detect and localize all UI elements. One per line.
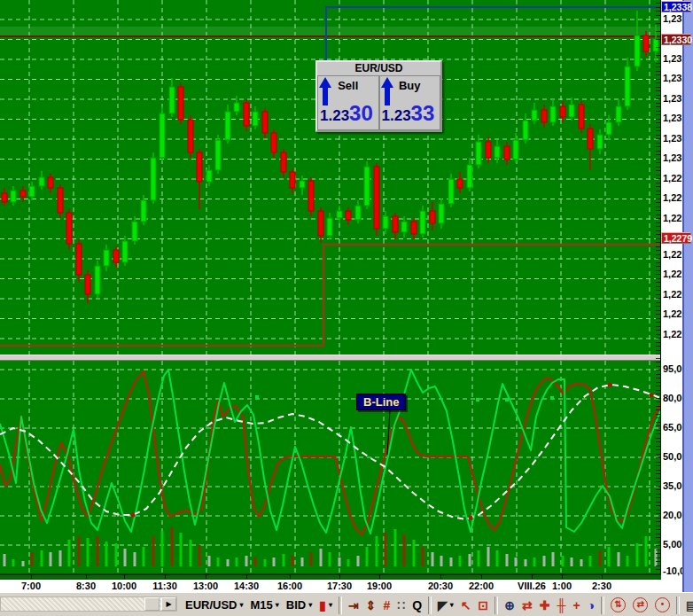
- volume-bar: [487, 547, 490, 566]
- volume-bar: [301, 558, 304, 566]
- volume-bar: [4, 554, 6, 566]
- marker-up-button[interactable]: ⇅: [607, 596, 629, 615]
- candle-down: [197, 152, 202, 182]
- volume-bar: [478, 550, 480, 566]
- candle-up: [401, 222, 407, 232]
- candle-up: [355, 206, 361, 220]
- indicator-pane[interactable]: [0, 361, 661, 574]
- cross-large-button[interactable]: ✚: [536, 596, 554, 615]
- candle-up: [39, 177, 44, 186]
- toolbar-separator: [676, 597, 680, 614]
- volume-bar: [59, 550, 62, 566]
- crosshair-pointer-button[interactable]: ↖: [457, 596, 475, 615]
- candle-down: [271, 133, 276, 152]
- volume-bar: [347, 559, 350, 566]
- candle-up: [160, 113, 165, 158]
- candle-down: [308, 181, 314, 211]
- compress-horizontal-button[interactable]: ⇄: [518, 596, 536, 615]
- scrollbar-right-arrow[interactable]: ▶: [161, 597, 176, 611]
- candle-down: [504, 146, 510, 160]
- fit-scale-button[interactable]: ⇕: [362, 596, 380, 615]
- bline-annotation-label[interactable]: B-Line: [356, 394, 406, 410]
- vertical-scrollbar[interactable]: [682, 0, 693, 592]
- marker-center-button[interactable]: •: [651, 596, 674, 615]
- pane-splitter[interactable]: [0, 355, 661, 361]
- candle-up: [95, 266, 100, 294]
- candle-up: [635, 35, 640, 66]
- buy-button[interactable]: Buy 1.2333: [379, 75, 441, 130]
- quote-window-button[interactable]: Q: [409, 596, 425, 615]
- oscillator-canvas: [0, 361, 661, 573]
- candle-up: [597, 135, 603, 149]
- candle-down: [318, 211, 323, 236]
- candle-up: [206, 170, 212, 182]
- symbol-dropdown[interactable]: EUR/USD▾: [182, 596, 247, 615]
- time-label: 1:00: [552, 581, 572, 591]
- volume-bar: [227, 559, 230, 566]
- time-tick: [290, 574, 291, 579]
- volume-bar: [161, 531, 164, 566]
- volume-bar: [385, 533, 387, 566]
- cursor-tool-button[interactable]: ◤▾: [434, 596, 457, 615]
- toolbar-separator: [339, 597, 342, 614]
- bline-dot: [469, 516, 473, 520]
- candle-up: [569, 105, 574, 117]
- grid-toggle-button[interactable]: #: [379, 596, 393, 615]
- link-objects-button[interactable]: ⊡: [475, 596, 493, 615]
- invert-view-button[interactable]: ◑: [584, 596, 598, 615]
- volume-bar: [190, 540, 192, 566]
- volume-bar: [12, 559, 15, 566]
- dropdown-caret-icon: ▾: [308, 601, 312, 609]
- volume-bar: [599, 550, 602, 566]
- candle-up: [151, 158, 156, 200]
- template-button[interactable]: ▤: [682, 596, 693, 615]
- volume-bar: [78, 536, 81, 566]
- volume-bar: [208, 556, 211, 566]
- marker-side-button[interactable]: ⇄: [629, 596, 651, 615]
- dropdown-caret-icon: ▾: [240, 601, 244, 609]
- volume-bar: [413, 540, 416, 566]
- volume-bar: [627, 556, 629, 566]
- time-axis[interactable]: 7:008:3010:0011:3013:0014:3016:0017:3019…: [0, 580, 661, 592]
- volume-bar: [31, 552, 34, 566]
- volume-bar: [292, 556, 294, 566]
- volume-bar: [68, 540, 71, 566]
- horizontal-scrollbar[interactable]: ▶: [0, 597, 177, 612]
- snap-mode-button[interactable]: ∷: [393, 596, 409, 615]
- candle-down: [66, 213, 72, 244]
- volume-bar: [394, 529, 397, 566]
- candle-up: [476, 142, 481, 165]
- volume-bar: [459, 556, 462, 566]
- scroll-to-end-button[interactable]: ⇥: [345, 596, 362, 615]
- time-label: 13:00: [193, 581, 218, 591]
- candle-up: [327, 218, 332, 236]
- cross-grid-button[interactable]: ╫: [554, 596, 570, 615]
- scrollbar-thumb[interactable]: [144, 597, 160, 611]
- chart-style-candle-button[interactable]: ▮▾: [315, 596, 336, 615]
- candle-up: [606, 122, 611, 135]
- zoom-in-button[interactable]: ⊕: [501, 596, 518, 615]
- volume-bar: [636, 543, 639, 566]
- main-price-chart[interactable]: [0, 0, 661, 355]
- up-arrow-icon: [318, 76, 332, 106]
- volume-bar: [105, 542, 108, 566]
- cross-small-button[interactable]: +: [569, 596, 583, 615]
- price-type-dropdown[interactable]: BID▾: [283, 596, 315, 615]
- candle-up: [169, 87, 175, 113]
- candle-down: [20, 191, 26, 197]
- time-tick: [339, 574, 340, 579]
- candle-up: [616, 106, 621, 122]
- candle-down: [290, 172, 295, 188]
- sell-button[interactable]: Sell 1.2330: [317, 75, 379, 130]
- volume-bar: [543, 556, 546, 566]
- candle-up: [234, 103, 239, 112]
- time-label: 8:30: [76, 581, 96, 591]
- time-tick: [562, 574, 563, 579]
- candle-down: [411, 222, 417, 234]
- candle-up: [29, 186, 35, 197]
- timeframe-dropdown[interactable]: M15▾: [247, 596, 283, 615]
- candle-down: [76, 244, 82, 275]
- quote-panel: EUR/USD Sell 1.2330 Buy 1.2333: [315, 60, 442, 132]
- toolbar-separator: [428, 597, 432, 614]
- candle-down: [486, 142, 491, 158]
